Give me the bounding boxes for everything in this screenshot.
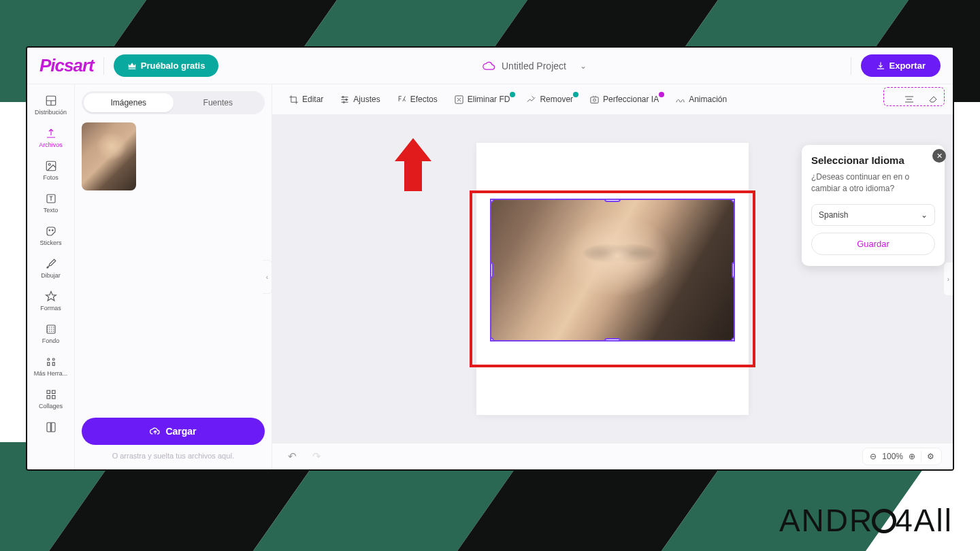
tool-efectos[interactable]: Efectos: [390, 90, 444, 109]
svg-point-9: [47, 358, 49, 361]
language-select[interactable]: Spanish ⌄: [811, 204, 935, 226]
export-button[interactable]: Exportar: [861, 54, 941, 77]
resize-handle-bottom[interactable]: [604, 338, 621, 341]
more-tools-icon: [44, 355, 58, 369]
nav-label: Distribución: [35, 109, 67, 116]
selected-language: Spanish: [819, 210, 848, 220]
resize-handle-top[interactable]: [604, 199, 621, 202]
nav-archivos[interactable]: Archivos: [27, 122, 74, 152]
sticker-icon: [44, 224, 58, 238]
upload-button[interactable]: Cargar: [82, 418, 265, 445]
resize-handle-tr[interactable]: [731, 199, 735, 203]
resize-handle-bl[interactable]: [490, 337, 494, 341]
tool-label: Perfeccionar IA: [603, 95, 659, 104]
svg-point-7: [52, 230, 53, 231]
new-badge-icon: [573, 92, 578, 97]
logo-picsart: Picsart: [39, 55, 94, 76]
tool-label: Editar: [302, 95, 323, 104]
nav-label: Texto: [44, 207, 59, 214]
canvas-stage[interactable]: ↻ › ✕: [272, 115, 953, 443]
tool-label: Animación: [689, 95, 727, 104]
layout-icon: [44, 94, 58, 107]
app-window: Picsart Pruébalo gratis Untitled Project…: [26, 46, 954, 471]
tool-ajustes[interactable]: Ajustes: [333, 90, 387, 109]
zoom-controls: ⊖ 100% ⊕ ⚙: [862, 448, 942, 465]
tool-remover[interactable]: Remover: [519, 90, 580, 109]
nav-stickers[interactable]: Stickers: [27, 220, 74, 250]
resize-handle-left[interactable]: [490, 262, 493, 278]
svg-rect-24: [591, 97, 598, 103]
svg-point-25: [593, 99, 596, 101]
watermark-andro4all: ANDR4All: [779, 502, 953, 539]
nav-fondo[interactable]: Fondo: [27, 318, 74, 348]
svg-rect-14: [52, 390, 55, 394]
undo-button[interactable]: ↶: [283, 448, 301, 465]
nav-label: Más Herra...: [34, 370, 68, 377]
svg-rect-11: [47, 363, 49, 366]
nav-fotos[interactable]: Fotos: [27, 155, 74, 185]
resize-handle-right[interactable]: [732, 262, 735, 278]
tool-perfeccionar-ia[interactable]: Perfeccionar IA: [583, 90, 666, 109]
header: Picsart Pruébalo gratis Untitled Project…: [27, 48, 953, 84]
tool-label: Efectos: [410, 95, 438, 104]
tab-fuentes[interactable]: Fuentes: [174, 93, 263, 112]
redo-button[interactable]: ↷: [308, 448, 325, 465]
resize-handle-br[interactable]: [731, 337, 735, 341]
tool-eliminar-fd[interactable]: Eliminar FD: [447, 90, 517, 109]
nav-label: Fondo: [42, 337, 60, 344]
zoom-level: 100%: [882, 452, 903, 461]
tool-animacion[interactable]: Animación: [668, 90, 734, 109]
cloud-upload-icon: [150, 427, 161, 436]
fx-icon: [397, 95, 407, 105]
popup-question: ¿Deseas continuar en en o cambiar a otro…: [811, 171, 935, 195]
save-language-button[interactable]: Guardar: [811, 233, 935, 255]
chevron-down-icon: ⌄: [921, 210, 928, 220]
svg-rect-15: [47, 396, 50, 399]
close-icon[interactable]: ✕: [932, 149, 946, 163]
nav-label: Formas: [40, 305, 61, 312]
project-name: Untitled Project: [502, 61, 566, 71]
project-title-area[interactable]: Untitled Project ⌄: [228, 61, 840, 71]
annotation-red-arrow: [395, 138, 431, 194]
collapse-left-handle[interactable]: ‹: [263, 260, 272, 294]
tool-label: Eliminar FD: [468, 95, 510, 104]
left-nav: Distribución Archivos Fotos Texto Sticke…: [27, 84, 75, 469]
language-popup: ✕ Seleccionar Idioma ¿Deseas continuar e…: [802, 145, 945, 266]
nav-book[interactable]: [27, 416, 74, 438]
svg-point-4: [48, 163, 50, 165]
star-icon: [44, 290, 58, 303]
resize-handle-tl[interactable]: [490, 199, 494, 203]
nav-label: Archivos: [39, 141, 63, 148]
zoom-in-icon[interactable]: ⊕: [909, 452, 915, 461]
chevron-down-icon: ⌄: [580, 61, 587, 71]
try-free-button[interactable]: Pruébalo gratis: [114, 54, 219, 77]
uploaded-image-thumbnail[interactable]: [82, 122, 136, 190]
try-free-label: Pruébalo gratis: [141, 61, 206, 71]
canvas-area: Editar Ajustes Efectos Eliminar FD: [272, 84, 953, 469]
tool-editar[interactable]: Editar: [282, 90, 330, 109]
upload-icon: [44, 127, 58, 140]
divider: [851, 57, 851, 75]
side-panel: Imágenes Fuentes Cargar O arrastra y sue…: [75, 84, 272, 469]
context-toolbar: Editar Ajustes Efectos Eliminar FD: [272, 84, 953, 115]
nav-collages[interactable]: Collages: [27, 384, 74, 414]
popup-title: Seleccionar Idioma: [811, 154, 935, 166]
settings-icon[interactable]: ⚙: [927, 452, 934, 461]
svg-rect-13: [47, 390, 50, 394]
app-body: Distribución Archivos Fotos Texto Sticke…: [27, 84, 953, 469]
tab-imagenes[interactable]: Imágenes: [84, 93, 174, 112]
selected-image[interactable]: ↻: [490, 199, 735, 341]
new-badge-icon: [510, 92, 515, 97]
collapse-right-handle[interactable]: ›: [943, 262, 953, 296]
zoom-out-icon[interactable]: ⊖: [870, 452, 877, 461]
divider: [103, 57, 104, 75]
brush-icon: [44, 257, 58, 271]
nav-formas[interactable]: Formas: [27, 286, 74, 316]
nav-label: Fotos: [43, 174, 59, 181]
nav-dibujar[interactable]: Dibujar: [27, 253, 74, 283]
artboard[interactable]: ↻: [476, 143, 749, 415]
tool-label: Remover: [540, 95, 573, 104]
nav-distribucion[interactable]: Distribución: [27, 90, 74, 120]
nav-mas-herramientas[interactable]: Más Herra...: [27, 351, 74, 381]
nav-texto[interactable]: Texto: [27, 188, 74, 218]
